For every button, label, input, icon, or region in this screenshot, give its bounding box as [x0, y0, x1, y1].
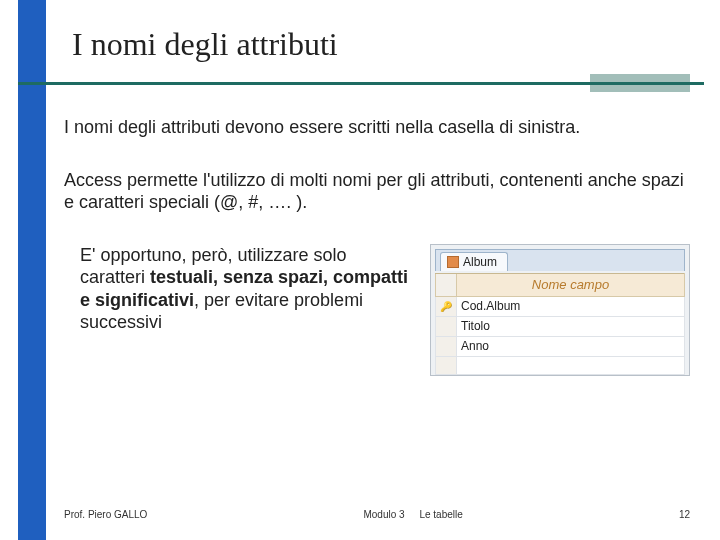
- key-cell: 🔑: [436, 296, 457, 316]
- paragraph-1: I nomi degli attributi devono essere scr…: [64, 116, 690, 139]
- field-name-cell: Titolo: [457, 316, 685, 336]
- field-name-cell: Anno: [457, 336, 685, 356]
- footer-center: Modulo 3 Le tabelle: [147, 509, 679, 520]
- key-cell: [436, 316, 457, 336]
- access-header-keycol: [436, 273, 457, 296]
- paragraph-2: Access permette l'utilizzo di molti nomi…: [64, 169, 690, 214]
- footer-module: Modulo 3: [363, 509, 404, 520]
- access-header-row: Nome campo: [436, 273, 685, 296]
- field-name-cell: [457, 356, 685, 374]
- table-row: Anno: [436, 336, 685, 356]
- table-row: [436, 356, 685, 374]
- paragraph-3: E' opportuno, però, utilizzare solo cara…: [64, 244, 412, 334]
- key-cell: [436, 336, 457, 356]
- primary-key-icon: 🔑: [440, 301, 452, 312]
- left-accent-bar: [18, 0, 46, 540]
- table-row: 🔑 Cod.Album: [436, 296, 685, 316]
- access-table-mockup: Album Nome campo 🔑 Cod.Album Titolo: [430, 244, 690, 376]
- key-cell: [436, 356, 457, 374]
- access-tab-label: Album: [463, 255, 497, 270]
- table-row: Titolo: [436, 316, 685, 336]
- footer-author: Prof. Piero GALLO: [64, 509, 147, 520]
- row-text-and-image: E' opportuno, però, utilizzare solo cara…: [64, 244, 690, 376]
- slide-body: I nomi degli attributi devono essere scr…: [64, 116, 690, 376]
- slide: I nomi degli attributi I nomi degli attr…: [0, 0, 720, 540]
- table-icon: [447, 256, 459, 268]
- access-header-fieldname: Nome campo: [457, 273, 685, 296]
- footer-page-number: 12: [679, 509, 690, 520]
- access-tab-bar: Album: [435, 249, 685, 271]
- footer-subject: Le tabelle: [419, 509, 462, 520]
- title-underline: [18, 82, 704, 85]
- slide-footer: Prof. Piero GALLO Modulo 3 Le tabelle 12: [64, 509, 690, 520]
- access-tab: Album: [440, 252, 508, 271]
- field-name-cell: Cod.Album: [457, 296, 685, 316]
- access-grid: Nome campo 🔑 Cod.Album Titolo Anno: [435, 273, 685, 375]
- slide-title: I nomi degli attributi: [72, 26, 338, 63]
